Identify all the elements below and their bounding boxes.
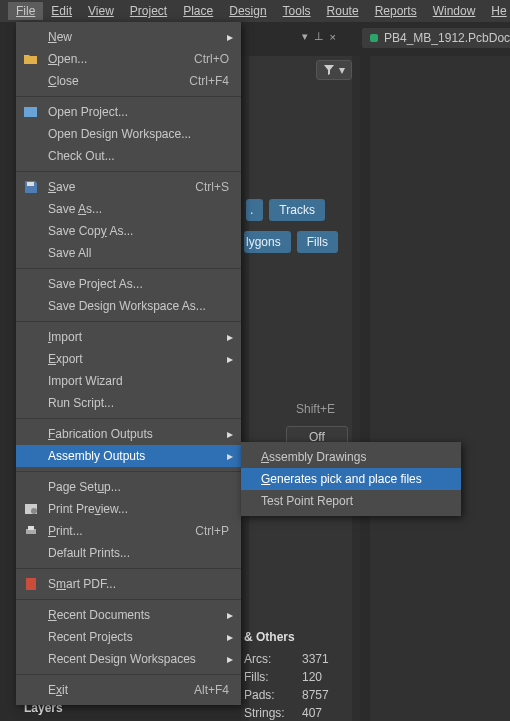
- menu-assembly-outputs[interactable]: Assembly Outputs▸: [16, 445, 241, 467]
- menu-tools[interactable]: Tools: [275, 2, 319, 20]
- stat-pads: Pads:8757: [244, 686, 342, 704]
- menu-window[interactable]: Window: [425, 2, 484, 20]
- menu-close[interactable]: CloseCtrl+F4: [16, 70, 241, 92]
- selection-shortcut: Shift+E: [296, 402, 335, 416]
- stat-strings: Strings:407: [244, 704, 342, 721]
- menu-view[interactable]: View: [80, 2, 122, 20]
- menu-save-workspace-as[interactable]: Save Design Workspace As...: [16, 295, 241, 317]
- menu-recent-workspaces[interactable]: Recent Design Workspaces▸: [16, 648, 241, 670]
- save-icon: [22, 179, 40, 195]
- print-preview-icon: [22, 501, 40, 517]
- svg-rect-6: [26, 578, 36, 590]
- menu-recent-documents[interactable]: Recent Documents▸: [16, 604, 241, 626]
- menu-place[interactable]: Place: [175, 2, 221, 20]
- stats-title: & Others: [244, 630, 342, 644]
- menu-import[interactable]: Import▸: [16, 326, 241, 348]
- svg-rect-0: [24, 107, 37, 117]
- menu-recent-projects[interactable]: Recent Projects▸: [16, 626, 241, 648]
- menu-edit[interactable]: Edit: [43, 2, 80, 20]
- tag-row-1: . Tracks: [246, 199, 325, 221]
- pdf-icon: [22, 576, 40, 592]
- funnel-icon: [323, 64, 335, 76]
- menu-route[interactable]: Route: [319, 2, 367, 20]
- svg-rect-5: [28, 526, 34, 530]
- menu-save-all[interactable]: Save All: [16, 242, 241, 264]
- menu-save-as[interactable]: Save As...: [16, 198, 241, 220]
- filter-button[interactable]: ▾: [316, 60, 352, 80]
- pcb-doc-icon: [370, 34, 378, 42]
- menu-print-preview[interactable]: Print Preview...: [16, 498, 241, 520]
- panel-dropdown-icon[interactable]: ▾: [302, 30, 308, 43]
- menu-reports[interactable]: Reports: [367, 2, 425, 20]
- menu-check-out[interactable]: Check Out...: [16, 145, 241, 167]
- panel-controls: ▾ ⊥ ×: [302, 30, 336, 43]
- submenu-assembly-drawings[interactable]: Assembly Drawings: [241, 446, 461, 468]
- submenu-pick-and-place[interactable]: Generates pick and place files: [241, 468, 461, 490]
- menu-save-project-as[interactable]: Save Project As...: [16, 273, 241, 295]
- menu-design[interactable]: Design: [221, 2, 274, 20]
- menu-default-prints[interactable]: Default Prints...: [16, 542, 241, 564]
- tag-row-2: lygons Fills: [244, 231, 338, 253]
- submenu-test-point-report[interactable]: Test Point Report: [241, 490, 461, 512]
- project-icon: [22, 104, 40, 120]
- file-menu-dropdown: New▸ Open...Ctrl+O CloseCtrl+F4 Open Pro…: [16, 22, 241, 705]
- menu-save-copy-as[interactable]: Save Copy As...: [16, 220, 241, 242]
- menu-print[interactable]: Print...Ctrl+P: [16, 520, 241, 542]
- menu-project[interactable]: Project: [122, 2, 175, 20]
- menu-exit[interactable]: ExitAlt+F4: [16, 679, 241, 701]
- menu-smart-pdf[interactable]: Smart PDF...: [16, 573, 241, 595]
- tag-polygons[interactable]: lygons: [244, 231, 291, 253]
- tag-tracks[interactable]: Tracks: [269, 199, 325, 221]
- tag-fills[interactable]: Fills: [297, 231, 338, 253]
- printer-icon: [22, 523, 40, 539]
- menu-open[interactable]: Open...Ctrl+O: [16, 48, 241, 70]
- menu-open-workspace[interactable]: Open Design Workspace...: [16, 123, 241, 145]
- stat-fills: Fills:120: [244, 668, 342, 686]
- menu-fabrication-outputs[interactable]: Fabrication Outputs▸: [16, 423, 241, 445]
- menu-new[interactable]: New▸: [16, 26, 241, 48]
- panel-background: [241, 56, 360, 721]
- menu-help[interactable]: He: [483, 2, 510, 20]
- menu-page-setup[interactable]: Page Setup...: [16, 476, 241, 498]
- stat-arcs: Arcs:3371: [244, 650, 342, 668]
- svg-point-3: [31, 508, 37, 514]
- menubar: File Edit View Project Place Design Tool…: [0, 0, 510, 22]
- svg-rect-1: [27, 182, 34, 186]
- menu-export[interactable]: Export▸: [16, 348, 241, 370]
- folder-open-icon: [22, 51, 40, 67]
- tag-partial-1[interactable]: .: [246, 199, 263, 221]
- menu-save[interactable]: SaveCtrl+S: [16, 176, 241, 198]
- assembly-outputs-submenu: Assembly Drawings Generates pick and pla…: [241, 442, 461, 516]
- stats-section: & Others Arcs:3371 Fills:120 Pads:8757 S…: [244, 624, 342, 721]
- document-tab[interactable]: PB4_MB_1912.PcbDoc: [362, 28, 510, 48]
- tab-label: PB4_MB_1912.PcbDoc: [384, 31, 510, 45]
- panel-close-icon[interactable]: ×: [330, 31, 336, 43]
- menu-file[interactable]: File: [8, 2, 43, 20]
- panel-pin-icon[interactable]: ⊥: [314, 30, 324, 43]
- menu-open-project[interactable]: Open Project...: [16, 101, 241, 123]
- chevron-down-icon: ▾: [339, 63, 345, 77]
- menu-import-wizard[interactable]: Import Wizard: [16, 370, 241, 392]
- editor-area: [370, 56, 510, 721]
- menu-run-script[interactable]: Run Script...: [16, 392, 241, 414]
